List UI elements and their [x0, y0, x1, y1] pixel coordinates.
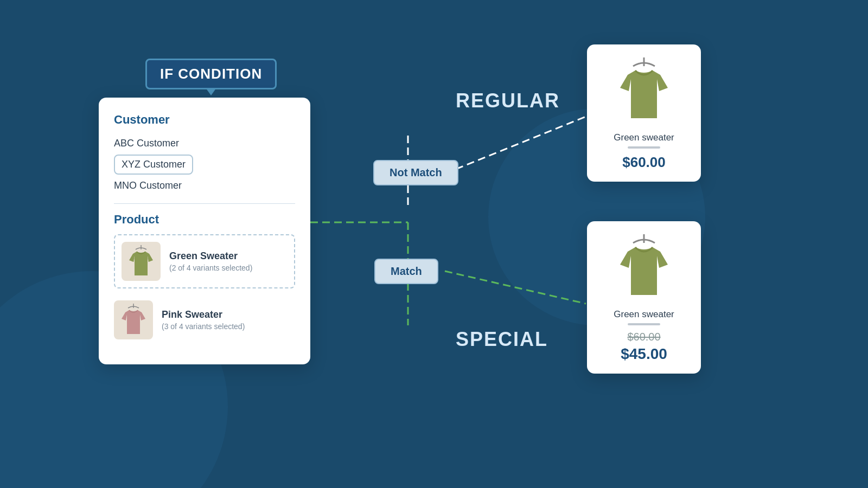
match-button[interactable]: Match: [374, 259, 438, 284]
regular-label: REGULAR: [456, 89, 560, 112]
pink-sweater-info: Pink Sweater (3 of 4 variants selected): [162, 309, 245, 331]
customer-xyz[interactable]: XYZ Customer: [114, 155, 193, 175]
product-green-sweater[interactable]: Green Sweater (2 of 4 variants selected): [114, 234, 295, 288]
green-sweater-info: Green Sweater (2 of 4 variants selected): [169, 251, 252, 272]
regular-card-thumb: [609, 55, 679, 126]
condition-panel: Customer ABC Customer XYZ Customer MNO C…: [99, 98, 310, 364]
if-condition-label: IF CONDITION: [145, 59, 277, 89]
pink-sweater-thumb: [114, 300, 153, 339]
not-match-button[interactable]: Not Match: [373, 160, 458, 185]
main-container: IF CONDITION Customer ABC Customer XYZ C…: [0, 0, 868, 488]
special-card-price-original: $60.00: [598, 331, 690, 343]
special-card-price-special: $45.00: [598, 345, 690, 363]
regular-card-price: $60.00: [598, 154, 690, 171]
special-card-divider: [628, 323, 660, 325]
green-sweater-thumb: [122, 242, 161, 281]
special-card-name: Green sweater: [598, 309, 690, 320]
regular-product-card: Green sweater $60.00: [587, 44, 701, 182]
special-label: SPECIAL: [456, 328, 548, 351]
regular-card-divider: [628, 146, 660, 149]
special-product-card: Green sweater $60.00 $45.00: [587, 221, 701, 374]
section-divider: [114, 203, 295, 204]
product-pink-sweater[interactable]: Pink Sweater (3 of 4 variants selected): [114, 294, 295, 346]
customer-section-title: Customer: [114, 113, 295, 127]
customer-abc[interactable]: ABC Customer: [114, 134, 295, 152]
regular-card-name: Green sweater: [598, 132, 690, 143]
product-section-title: Product: [114, 213, 295, 227]
customer-mno[interactable]: MNO Customer: [114, 177, 295, 195]
special-card-thumb: [609, 232, 679, 303]
